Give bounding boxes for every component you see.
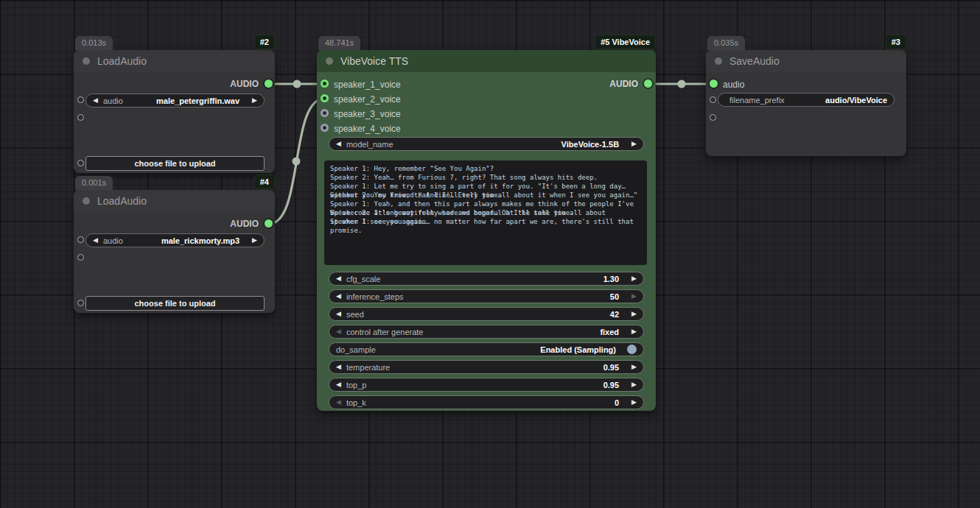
widget-label: inference_steps — [346, 292, 404, 301]
script-text-line: Speaker 2: Yeah… from Furious 7, right? … — [330, 173, 641, 182]
widget-input-slot[interactable] — [77, 96, 84, 103]
input-slot-speaker-3-voice[interactable] — [321, 109, 329, 117]
wire-midpoint-dot[interactable] — [678, 80, 686, 88]
collapse-dot-icon[interactable] — [83, 57, 90, 65]
increment-arrow-icon[interactable] — [631, 311, 637, 317]
audio-file-combo-widget[interactable]: audio male_petergriffin.wav — [85, 94, 265, 107]
decrement-arrow-icon[interactable] — [93, 97, 98, 104]
increment-arrow-icon[interactable] — [631, 275, 637, 282]
increment-arrow-icon[interactable] — [631, 141, 637, 147]
output-slot-audio[interactable] — [265, 80, 273, 88]
output-slot-audio[interactable] — [265, 219, 273, 227]
increment-arrow-icon[interactable] — [631, 399, 637, 406]
decrement-arrow-icon[interactable] — [336, 275, 341, 282]
toggle-indicator-icon[interactable] — [627, 345, 637, 354]
top-p-widget[interactable]: top_p 0.95 — [329, 378, 644, 392]
widget-input-slot[interactable] — [77, 160, 84, 166]
wire-midpoint-dot[interactable] — [293, 80, 301, 88]
do-sample-toggle-widget[interactable]: do_sample Enabled (Sampling) — [329, 342, 644, 356]
widget-value: 0.95 — [603, 363, 619, 372]
widget-value: Enabled (Sampling) — [540, 345, 616, 354]
node-id-badge: #3 — [886, 35, 906, 49]
script-text-line: Speaker 1: Hey, remember "See You Again"… — [330, 164, 641, 173]
collapse-dot-icon[interactable] — [326, 57, 333, 65]
script-text-line: Speaker 1: Yeah, and then this part alwa… — [330, 200, 641, 208]
widget-input-slot[interactable] — [710, 96, 716, 103]
increment-arrow-icon[interactable] — [631, 381, 637, 388]
input-slot-speaker-2-voice[interactable] — [321, 94, 329, 102]
execution-time-badge: 0.001s — [75, 176, 113, 190]
widget-label: filename_prefix — [729, 96, 785, 105]
output-label-audio: AUDIO — [609, 79, 638, 89]
decrement-arrow-icon[interactable] — [336, 381, 341, 388]
increment-arrow-icon[interactable] — [252, 97, 257, 104]
collapse-dot-icon[interactable] — [715, 57, 722, 65]
filename-prefix-widget[interactable]: filename_prefix audio/VibeVoice — [718, 93, 895, 107]
input-slot-speaker-4-voice[interactable] — [321, 124, 329, 132]
choose-file-button[interactable]: choose file to upload — [85, 296, 265, 311]
choose-file-button[interactable]: choose file to upload — [85, 156, 265, 171]
widget-input-slot[interactable] — [77, 114, 84, 121]
widget-label: top_p — [346, 381, 367, 389]
decrement-arrow-icon[interactable] — [336, 399, 341, 406]
model-name-combo-widget[interactable]: model_name VibeVoice-1.5B — [329, 137, 644, 151]
temperature-widget[interactable]: temperature 0.95 — [329, 360, 644, 374]
increment-arrow-icon[interactable] — [252, 237, 257, 244]
input-slot-speaker-1-voice[interactable] — [321, 80, 329, 88]
wire-midpoint-dot[interactable] — [293, 158, 301, 166]
node-save-audio[interactable]: 0.035s #3 SaveAudio audio filename_prefi… — [706, 50, 906, 156]
widget-input-slot[interactable] — [77, 300, 84, 306]
audio-file-combo-widget[interactable]: audio male_rickmorty.mp3 — [85, 233, 265, 247]
widget-value: 0 — [615, 398, 619, 407]
collapse-dot-icon[interactable] — [83, 197, 90, 205]
widget-value: 1.30 — [603, 275, 619, 283]
widget-value: 50 — [610, 292, 619, 301]
decrement-arrow-icon[interactable] — [336, 311, 341, 317]
input-label: speaker_4_voice — [334, 124, 401, 134]
node-id-badge: #4 — [254, 174, 275, 189]
widget-input-slot[interactable] — [710, 114, 716, 121]
node-id-badge: #5 VibeVoice — [595, 35, 656, 49]
node-titlebar[interactable]: SaveAudio — [706, 50, 906, 72]
widget-label: cfg_scale — [346, 275, 380, 283]
script-textarea[interactable]: Speaker 1: Hey, remember "See You Again"… — [324, 160, 647, 265]
execution-time-badge: 48.741s — [318, 36, 360, 50]
inference-steps-widget[interactable]: inference_steps 50 — [329, 289, 644, 303]
node-load-audio-2[interactable]: 0.001s #4 LoadAudio AUDIO audio male_ric… — [74, 190, 275, 313]
node-load-audio-1[interactable]: 0.013s #2 LoadAudio AUDIO audio male_pet… — [74, 50, 275, 173]
script-text-line: Speaker 1: Let me try to sing a part of … — [330, 182, 641, 191]
widget-input-slot[interactable] — [77, 236, 84, 243]
decrement-arrow-icon[interactable] — [336, 293, 341, 300]
widget-value: audio/VibeVoice — [825, 96, 887, 105]
widget-value: male_rickmorty.mp3 — [161, 236, 239, 245]
node-graph-canvas[interactable]: 0.013s #2 LoadAudio AUDIO audio male_pet… — [0, 0, 980, 508]
output-label-audio: AUDIO — [230, 219, 259, 229]
input-label: audio — [723, 80, 744, 90]
decrement-arrow-icon[interactable] — [93, 237, 98, 244]
increment-arrow-icon[interactable] — [631, 364, 637, 370]
output-slot-audio[interactable] — [644, 80, 652, 88]
widget-label: audio — [103, 236, 123, 245]
script-text-line: promise. — [330, 226, 641, 235]
input-slot-audio[interactable] — [710, 80, 718, 88]
increment-arrow-icon[interactable] — [631, 328, 637, 335]
widget-input-slot[interactable] — [77, 254, 84, 261]
input-label: speaker_3_voice — [334, 109, 401, 119]
control-after-generate-widget[interactable]: control after generate fixed — [329, 325, 644, 339]
top-k-widget[interactable]: top_k 0 — [329, 395, 644, 409]
execution-time-badge: 0.013s — [75, 36, 113, 50]
widget-label: top_k — [346, 398, 366, 407]
increment-arrow-icon[interactable] — [631, 293, 637, 300]
decrement-arrow-icon[interactable] — [336, 328, 341, 335]
node-title: SaveAudio — [729, 55, 780, 67]
seed-widget[interactable]: seed 42 — [329, 307, 644, 321]
widget-label: seed — [346, 310, 364, 319]
widget-label: temperature — [346, 363, 390, 372]
node-titlebar[interactable]: VibeVoice TTS — [317, 50, 656, 72]
cfg-scale-widget[interactable]: cfg_scale 1.30 — [329, 272, 644, 286]
node-titlebar[interactable]: LoadAudio — [74, 50, 275, 72]
decrement-arrow-icon[interactable] — [336, 364, 341, 370]
decrement-arrow-icon[interactable] — [336, 141, 341, 147]
node-titlebar[interactable]: LoadAudio — [74, 190, 275, 212]
node-vibevoice-tts[interactable]: 48.741s #5 VibeVoice VibeVoice TTS speak… — [317, 50, 656, 411]
